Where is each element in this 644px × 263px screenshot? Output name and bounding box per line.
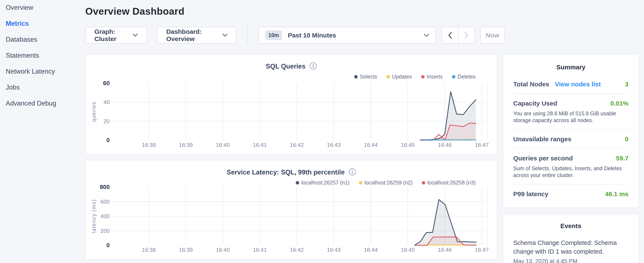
summary-row: Unavailable ranges0 [513, 129, 628, 148]
svg-text:16:41: 16:41 [253, 142, 266, 148]
summary-label: P99 latency [513, 190, 548, 198]
summary-value: 59.7 [616, 155, 628, 162]
svg-text:60: 60 [103, 80, 110, 86]
summary-row: Queries per second59.7Sum of Selects, Up… [513, 148, 628, 184]
svg-text:20: 20 [104, 118, 110, 124]
svg-text:200: 200 [100, 228, 110, 234]
summary-value: 3 [625, 81, 628, 88]
summary-label: Total Nodes [513, 81, 549, 88]
legend-label: Updates [392, 74, 412, 80]
svg-text:16:46: 16:46 [438, 247, 452, 253]
summary-row: P99 latency46.1 ms [513, 184, 628, 203]
legend-item: localhost:26258 (n3) [422, 180, 476, 186]
sidebar-item-databases[interactable]: Databases [6, 36, 85, 43]
summary-label: Queries per second [513, 155, 573, 162]
legend-item: Selects [354, 74, 377, 80]
dashboard-dropdown[interactable]: Dashboard: Overview [157, 27, 236, 44]
svg-text:16:47: 16:47 [475, 247, 488, 253]
chart-legend: localhost:26257 (n1)localhost:26259 (n2)… [296, 180, 476, 186]
legend-item: Deletes [452, 74, 476, 80]
svg-text:16:47: 16:47 [475, 142, 488, 148]
legend-label: Selects [360, 74, 377, 80]
chevron-left-icon [448, 32, 452, 39]
svg-text:16:43: 16:43 [327, 247, 340, 253]
sidebar-nav: OverviewMetricsDatabasesStatementsNetwor… [6, 4, 85, 107]
sidebar-item-advanced-debug[interactable]: Advanced Debug [6, 100, 85, 107]
svg-text:16:46: 16:46 [438, 142, 452, 148]
summary-description: You are using 28.6 MiB of 515.9 GiB usab… [513, 110, 628, 124]
sidebar-item-metrics[interactable]: Metrics [6, 20, 85, 27]
summary-label: Unavailable ranges [513, 136, 571, 143]
sidebar-item-jobs[interactable]: Jobs [6, 84, 85, 91]
svg-text:800: 800 [100, 184, 110, 190]
legend-label: localhost:26258 (n3) [427, 180, 476, 186]
svg-text:600: 600 [100, 198, 110, 205]
svg-text:16:43: 16:43 [327, 142, 340, 148]
legend-label: Deletes [458, 74, 476, 80]
legend-dot-icon [386, 75, 390, 79]
chevron-down-icon [424, 34, 429, 37]
legend-dot-icon [359, 181, 362, 184]
event-text: Schema Change Completed: Schema change w… [513, 238, 620, 256]
event-item: Schema Change Completed: Schema change w… [513, 238, 628, 263]
summary-row: Capacity Used0.01%You are using 28.6 MiB… [513, 93, 628, 129]
svg-text:16:38: 16:38 [142, 247, 156, 253]
sidebar: OverviewMetricsDatabasesStatementsNetwor… [0, 0, 85, 263]
legend-item: localhost:26257 (n1) [296, 180, 350, 186]
legend-dot-icon [296, 181, 299, 184]
legend-dot-icon [421, 75, 424, 79]
summary-heading: Summary [513, 64, 628, 71]
svg-text:16:39: 16:39 [179, 142, 193, 148]
svg-text:16:40: 16:40 [216, 247, 230, 253]
summary-panel: Summary Total NodesView nodes list3Capac… [503, 54, 639, 208]
chevron-down-icon [133, 34, 138, 37]
chevron-right-icon [464, 32, 468, 39]
legend-item: Updates [386, 74, 412, 80]
info-icon[interactable] [309, 62, 317, 71]
chart-legend: SelectsUpdatesInsertsDeletes [354, 74, 476, 80]
time-step-buttons [442, 27, 475, 44]
view-nodes-list-link[interactable]: View nodes list [555, 81, 601, 88]
legend-dot-icon [354, 75, 358, 79]
svg-text:queries: queries [91, 102, 97, 122]
legend-dot-icon [452, 75, 456, 79]
sql-queries-panel: SQL Queries SelectsUpdatesInsertsDeletes… [86, 54, 497, 155]
sidebar-item-network-latency[interactable]: Network Latency [6, 68, 85, 75]
summary-row: Total NodesView nodes list3 [513, 75, 628, 93]
now-button[interactable]: Now [480, 27, 504, 44]
svg-text:16:39: 16:39 [179, 247, 193, 253]
svg-text:400: 400 [100, 213, 110, 219]
sidebar-item-statements[interactable]: Statements [6, 52, 85, 59]
legend-item: Inserts [421, 74, 443, 80]
svg-text:16:44: 16:44 [364, 142, 378, 148]
service-latency-panel: Service Latency: SQL, 99th percentile lo… [86, 160, 497, 259]
chart-title: SQL Queries [266, 63, 306, 70]
svg-text:40: 40 [104, 99, 110, 105]
svg-text:16:42: 16:42 [290, 247, 304, 253]
svg-text:0: 0 [106, 242, 110, 248]
time-range-badge: 10m [265, 31, 282, 40]
legend-label: Inserts [427, 74, 443, 80]
next-time-button[interactable] [458, 27, 474, 43]
info-icon[interactable] [348, 168, 356, 177]
graph-dropdown[interactable]: Graph: Cluster [86, 27, 147, 44]
svg-text:16:41: 16:41 [253, 247, 266, 253]
prev-time-button[interactable] [442, 27, 458, 43]
legend-label: localhost:26259 (n2) [364, 180, 413, 186]
page-title: Overview Dashboard [85, 6, 184, 17]
sidebar-item-overview[interactable]: Overview [6, 4, 85, 11]
svg-text:16:45: 16:45 [401, 142, 414, 148]
chart-title: Service Latency: SQL, 99th percentile [227, 168, 345, 176]
summary-value: 0 [625, 136, 628, 143]
time-range-dropdown[interactable]: 10m Past 10 Minutes [258, 27, 436, 44]
svg-text:16:40: 16:40 [216, 142, 230, 148]
svg-text:16:42: 16:42 [290, 142, 304, 148]
dashboard-dropdown-label: Dashboard: Overview [166, 28, 218, 43]
svg-text:0: 0 [106, 137, 110, 143]
chevron-down-icon [222, 34, 228, 37]
summary-value: 46.1 ms [605, 190, 628, 198]
svg-text:16:44: 16:44 [364, 247, 378, 253]
events-panel: Events Schema Change Completed: Schema c… [503, 214, 639, 263]
toolbar: Graph: Cluster Dashboard: Overview 10m P… [86, 27, 504, 44]
legend-label: localhost:26257 (n1) [301, 180, 350, 186]
